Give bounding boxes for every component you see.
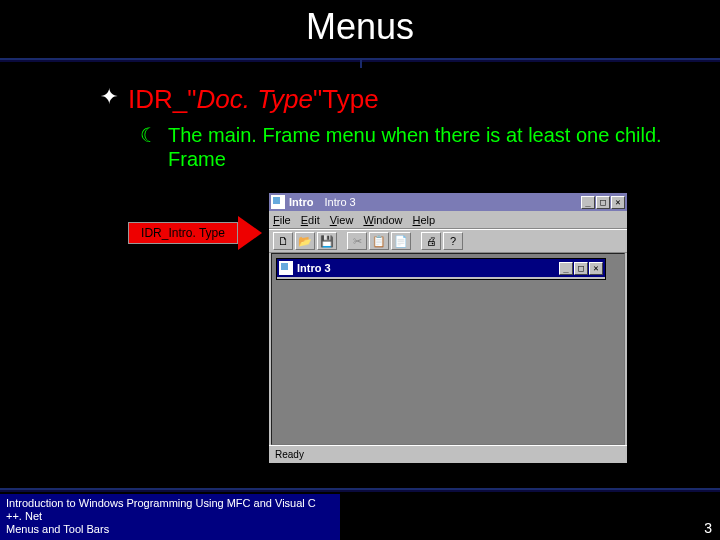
slide-footer: Introduction to Windows Programming Usin…	[0, 488, 720, 540]
tool-open[interactable]: 📂	[295, 232, 315, 250]
bullet-level2: ☾ The main. Frame menu when there is at …	[140, 123, 720, 171]
tool-copy[interactable]: 📋	[369, 232, 389, 250]
sub-bullet-icon: ☾	[140, 123, 168, 147]
bullet1-text: IDR_"Doc. Type"Type	[128, 84, 379, 115]
child-icon	[279, 261, 293, 275]
tool-paste[interactable]: 📄	[391, 232, 411, 250]
mdi-child-window[interactable]: Intro 3 _ □ ✕	[276, 258, 606, 280]
child-titlebar[interactable]: Intro 3 _ □ ✕	[277, 259, 605, 277]
bullet1-prefix: IDR_"	[128, 84, 196, 114]
bottom-divider	[0, 488, 720, 494]
tool-new[interactable]: 🗋	[273, 232, 293, 250]
menu-window[interactable]: Window	[363, 214, 402, 226]
parent-titlebar[interactable]: Intro Intro 3 _ □ ✕	[269, 193, 627, 211]
bullet-icon: ✦	[100, 84, 128, 110]
menu-view[interactable]: View	[330, 214, 354, 226]
status-bar: Ready	[269, 445, 627, 463]
child-maximize-button[interactable]: □	[574, 262, 588, 275]
tool-help[interactable]: ?	[443, 232, 463, 250]
app-icon	[271, 195, 285, 209]
child-close-button[interactable]: ✕	[589, 262, 603, 275]
title-app: Intro	[289, 196, 313, 208]
child-window-buttons: _ □ ✕	[559, 262, 605, 275]
footer-line2: Menus and Tool Bars	[6, 523, 109, 535]
menu-bar: File Edit View Window Help	[269, 211, 627, 229]
sub-bullet-text: The main. Frame menu when there is at le…	[168, 123, 688, 171]
footer-line1: Introduction to Windows Programming Usin…	[6, 497, 316, 522]
tool-print[interactable]: 🖨	[421, 232, 441, 250]
tool-save[interactable]: 💾	[317, 232, 337, 250]
content-area: ✦ IDR_"Doc. Type"Type ☾ The main. Frame …	[0, 64, 720, 171]
menu-help[interactable]: Help	[413, 214, 436, 226]
menu-file[interactable]: File	[273, 214, 291, 226]
tool-cut[interactable]: ✂	[347, 232, 367, 250]
mdi-client-area: Intro 3 _ □ ✕	[271, 253, 625, 445]
maximize-button[interactable]: □	[596, 196, 610, 209]
child-title: Intro 3	[297, 262, 559, 274]
bullet-level1: ✦ IDR_"Doc. Type"Type	[100, 84, 720, 115]
minimize-button[interactable]: _	[581, 196, 595, 209]
bullet1-italic: Doc. Type	[196, 84, 313, 114]
bullet1-suffix: "Type	[313, 84, 379, 114]
menu-edit[interactable]: Edit	[301, 214, 320, 226]
page-number: 3	[704, 520, 712, 536]
mdi-parent-window: Intro Intro 3 _ □ ✕ File Edit View Windo…	[268, 192, 628, 464]
tool-bar: 🗋 📂 💾 ✂ 📋 📄 🖨 ?	[269, 229, 627, 253]
callout-arrow: IDR_Intro. Type	[128, 216, 268, 250]
window-buttons: _ □ ✕	[581, 196, 627, 209]
parent-title: Intro Intro 3	[289, 196, 581, 208]
slide-title: Menus	[0, 0, 720, 48]
arrow-head-icon	[238, 216, 262, 250]
arrow-label: IDR_Intro. Type	[128, 222, 238, 244]
figure: IDR_Intro. Type Intro Intro 3 _ □ ✕ File…	[128, 192, 648, 472]
footer-text: Introduction to Windows Programming Usin…	[0, 494, 340, 540]
close-button[interactable]: ✕	[611, 196, 625, 209]
title-doc: Intro 3	[325, 196, 356, 208]
child-minimize-button[interactable]: _	[559, 262, 573, 275]
